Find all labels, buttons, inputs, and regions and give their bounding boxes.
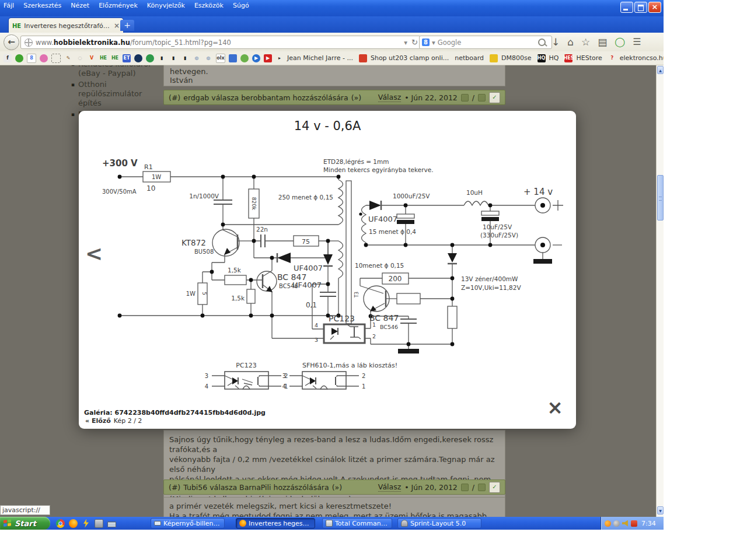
tray-icon-gray[interactable] [613, 520, 620, 527]
chrome-icon[interactable] [56, 519, 65, 528]
clipboard-icon[interactable]: ▤ [598, 34, 607, 50]
bookmark-item[interactable]: netboard [455, 54, 484, 62]
bookmark-favicon-icon[interactable]: HE [111, 54, 119, 62]
new-tab-button[interactable]: + [120, 20, 134, 31]
minimize-button[interactable] [620, 2, 633, 13]
post-text-line: vékonyabb fajta / 0,2 mm /vezetékkel csi… [169, 454, 500, 474]
bookmark-favicon-icon[interactable]: HE [99, 54, 107, 62]
taskbar-button[interactable]: Sprint-Layout 5.0 [397, 518, 481, 528]
bookmark-item[interactable]: DM800se [501, 54, 531, 62]
home-icon[interactable]: ⌂ [567, 34, 574, 50]
reload-icon[interactable]: ↻ [411, 38, 418, 47]
bookmark-favicon-icon[interactable] [15, 54, 23, 62]
bookmark-item[interactable]: Jean Michel Jarre - ... [287, 54, 353, 62]
bookmark-favicon-icon[interactable]: olx [216, 54, 225, 63]
bookmark-favicon-icon[interactable]: ▮ [158, 54, 166, 62]
scroll-up-arrow[interactable]: ▲ [657, 66, 664, 74]
firefox-icon[interactable] [69, 519, 78, 528]
bookmark-icon[interactable] [359, 54, 367, 62]
bookmark-item[interactable]: HEStore [576, 54, 602, 62]
thumb-up-icon[interactable] [461, 94, 469, 102]
bookmark-favicon-icon[interactable]: ▶ [252, 54, 260, 62]
tray-icon-orange[interactable] [605, 520, 611, 527]
taskbar-button[interactable]: Képernyő-billentyűzet [151, 518, 225, 528]
reply-link[interactable]: Válasz [378, 482, 401, 492]
sidebar-item[interactable]: ▪Otthoni repülőszimulátor építés [71, 80, 162, 108]
bookmark-favicon-icon[interactable] [51, 54, 61, 63]
thumb-down-icon[interactable] [478, 484, 486, 491]
menu-item[interactable]: Előzmények [99, 2, 138, 9]
bookmark-star-icon[interactable]: ☆ [581, 34, 590, 50]
bookmark-favicon-icon[interactable]: ▮ [169, 54, 177, 62]
bookmark-favicon-icon[interactable] [240, 54, 249, 62]
bookmark-favicon-icon[interactable] [134, 54, 142, 62]
addon-icon[interactable]: ◯ [615, 34, 625, 50]
menu-item[interactable]: Nézet [71, 2, 89, 9]
menu-item[interactable]: Könyvjelzők [147, 2, 185, 9]
search-engine-dropdown-icon[interactable]: ▾ [432, 38, 435, 47]
tab-inverteres[interactable]: HE Inverteres hegesztőtrafó - H... × [8, 18, 124, 33]
bookmark-favicon-icon[interactable]: ▶ [264, 54, 272, 62]
schematic-label: 3 [315, 337, 318, 343]
back-button[interactable]: ← [4, 34, 19, 50]
restore-button[interactable] [634, 2, 647, 13]
menu-item[interactable]: Szerkesztés [23, 2, 61, 9]
google-icon: 8 [422, 38, 430, 46]
tab-close-icon[interactable]: × [114, 22, 120, 30]
reply-link[interactable]: Válasz [378, 93, 401, 102]
menu-item[interactable]: Eszközök [194, 2, 224, 9]
volume-icon[interactable] [622, 520, 629, 527]
post-more-link[interactable]: (») [332, 483, 342, 492]
search-icon[interactable] [538, 38, 546, 46]
bookmark-favicon-icon[interactable] [229, 54, 237, 62]
tray-icon-red[interactable] [631, 520, 637, 527]
sidebar-item[interactable]: ▪Rendelés külföldről (eBay - Paypal) [71, 65, 162, 78]
bookmark-favicon-icon[interactable]: f [4, 54, 12, 62]
app-icon[interactable] [95, 519, 103, 528]
thumb-down-icon[interactable] [478, 94, 486, 102]
hamburger-menu-icon[interactable]: ☰ [633, 34, 641, 50]
bookmark-item[interactable]: HQ [549, 54, 559, 62]
taskbar-button[interactable]: Total Commander Ulti... [322, 518, 392, 528]
post-anchor-link[interactable]: (#) [169, 93, 180, 102]
bookmark-favicon-icon[interactable]: ◍ [204, 54, 212, 62]
scroll-down-arrow[interactable]: ▼ [657, 506, 664, 514]
bookmark-favicon-icon[interactable] [40, 54, 48, 62]
url-dropdown-icon[interactable]: ▾ [404, 38, 407, 47]
bookmark-favicon-icon[interactable]: ▮ [181, 54, 189, 62]
keyboard-icon[interactable] [107, 522, 116, 527]
search-input[interactable]: 8 ▾ Google [419, 36, 552, 49]
taskbar-button[interactable]: Inverteres hegesztőt... [236, 518, 315, 528]
post-options-dropdown[interactable]: ✓ [489, 92, 500, 103]
close-button[interactable]: × [648, 2, 661, 13]
bookmark-item[interactable]: elektroncso.hu [620, 54, 664, 62]
thumb-up-icon[interactable] [461, 484, 469, 491]
menu-item[interactable]: Fájl [4, 2, 14, 9]
post-options-dropdown[interactable]: ✓ [489, 482, 500, 493]
bookmark-icon[interactable]: HQ [537, 54, 546, 62]
address-bar[interactable]: www.hobbielektronika.hu/forum/topic_51.h… [20, 36, 421, 49]
bookmark-favicon-icon[interactable]: ET [123, 54, 131, 62]
bookmark-icon[interactable]: HES [564, 54, 573, 62]
bookmark-favicon-icon[interactable]: V [88, 54, 96, 62]
bookmark-icon[interactable] [490, 54, 498, 62]
start-button[interactable]: Start [0, 517, 50, 530]
bookmark-favicon-icon[interactable]: 8 [27, 54, 36, 63]
downloads-icon[interactable]: ↓ [551, 34, 560, 50]
previous-image-link[interactable]: « Előző [85, 417, 111, 425]
scrollbar-thumb[interactable] [657, 175, 664, 220]
post-more-link[interactable]: (») [351, 93, 361, 102]
bookmark-icon[interactable]: ▸ [275, 54, 284, 62]
bookmark-favicon-icon[interactable]: ◌ [76, 54, 84, 62]
bookmark-icon[interactable]: ? [608, 54, 616, 62]
lightbox-close-icon[interactable]: × [547, 399, 563, 416]
winamp-icon[interactable] [82, 519, 90, 528]
bookmark-favicon-icon[interactable]: ✎ [64, 54, 72, 62]
vertical-scrollbar[interactable]: ▲ ▼ [656, 65, 664, 517]
post-anchor-link[interactable]: (#) [169, 483, 180, 492]
menu-item[interactable]: Súgó [233, 2, 249, 9]
bookmark-item[interactable]: Shop ut203 clamp onli... [371, 54, 449, 62]
bookmark-favicon-icon[interactable] [146, 54, 154, 62]
bookmark-favicon-icon[interactable]: ◍ [193, 54, 201, 62]
lightbox-prev-arrow-icon[interactable]: < [85, 242, 103, 265]
